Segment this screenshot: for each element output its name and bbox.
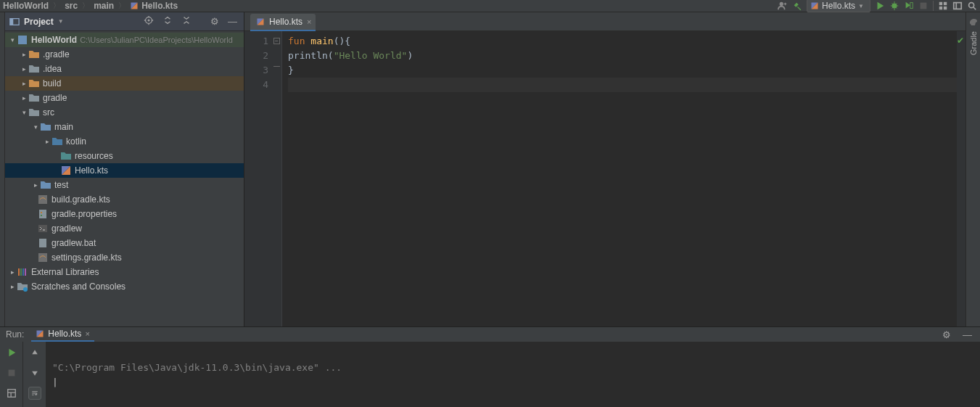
chevron-down-icon[interactable]: ▾ xyxy=(20,109,28,116)
run-config-selector[interactable]: Hello.kts ▼ xyxy=(807,0,870,12)
svg-rect-11 xyxy=(944,2,947,5)
expand-all-icon[interactable] xyxy=(160,15,175,28)
tree-item-gradle-dir[interactable]: ▸ .gradle xyxy=(5,47,244,62)
run-icon[interactable] xyxy=(875,1,885,11)
build-hammer-icon[interactable] xyxy=(792,1,802,11)
svg-rect-30 xyxy=(18,268,20,276)
gutter-line[interactable]: 3 xyxy=(244,63,281,78)
tree-item-build-dir[interactable]: ▸ build xyxy=(5,76,244,91)
chevron-right-icon[interactable]: ▸ xyxy=(20,94,28,102)
editor-gutter[interactable]: 1− 2 3 4 xyxy=(244,31,282,326)
tree-item-scratches[interactable]: ▸ Scratches and Consoles xyxy=(5,279,244,294)
kotlin-file-icon xyxy=(130,1,139,10)
debug-icon[interactable] xyxy=(889,1,899,11)
libraries-icon xyxy=(17,266,28,278)
tree-item-resources[interactable]: resources xyxy=(5,149,244,163)
panel-title[interactable]: Project xyxy=(24,17,54,27)
tree-item-main[interactable]: ▾ main xyxy=(5,120,244,134)
run-tab-hello-kts[interactable]: Hello.kts × xyxy=(31,327,94,342)
project-tree[interactable]: ▾ HelloWorld C:\Users\JulianPC\IdeaProje… xyxy=(5,31,244,326)
chevron-right-icon[interactable]: ▸ xyxy=(8,283,17,290)
collapse-all-icon[interactable] xyxy=(179,15,194,28)
chevron-right-icon: 〉 xyxy=(82,1,89,11)
tree-item-external-libraries[interactable]: ▸ External Libraries xyxy=(5,265,244,279)
run-toolbar-right xyxy=(23,342,46,407)
gradle-stripe-label[interactable]: Gradle xyxy=(969,31,978,55)
update-project-icon[interactable] xyxy=(952,1,963,11)
file-icon xyxy=(37,237,49,249)
chevron-down-icon[interactable]: ▾ xyxy=(31,123,40,131)
chevron-right-icon[interactable]: ▸ xyxy=(20,51,28,58)
add-user-icon[interactable] xyxy=(778,1,788,11)
chevron-right-icon[interactable]: ▸ xyxy=(20,65,28,73)
rerun-icon[interactable] xyxy=(5,346,18,359)
separator xyxy=(933,1,934,11)
search-everywhere-icon[interactable] xyxy=(967,1,977,11)
fold-end-icon[interactable] xyxy=(273,63,280,67)
chevron-right-icon[interactable]: ▸ xyxy=(43,138,52,145)
run-coverage-icon[interactable] xyxy=(904,1,914,11)
console-output[interactable]: "C:\Program Files\Java\jdk-11.0.3\bin\ja… xyxy=(46,342,980,407)
tree-root[interactable]: ▾ HelloWorld C:\Users\JulianPC\IdeaProje… xyxy=(5,33,244,47)
chevron-down-icon[interactable]: ▼ xyxy=(58,18,64,25)
close-icon[interactable]: × xyxy=(307,17,311,26)
chevron-right-icon[interactable]: ▸ xyxy=(31,181,40,189)
stop-icon[interactable] xyxy=(918,1,928,11)
git-icon[interactable] xyxy=(938,1,948,11)
right-tool-stripe[interactable]: Gradle xyxy=(965,12,980,326)
soft-wrap-icon[interactable] xyxy=(28,387,41,400)
breadcrumb-src[interactable]: src xyxy=(65,1,78,11)
code-area[interactable]: fun main(){ println("Hello World") } xyxy=(282,31,957,326)
minimize-icon[interactable]: — xyxy=(960,329,974,340)
left-tool-stripe[interactable] xyxy=(0,12,5,326)
inspection-ok-icon[interactable]: ✔ xyxy=(957,36,964,46)
gutter-line[interactable]: 2 xyxy=(244,49,281,63)
gear-icon[interactable]: ⚙ xyxy=(940,329,953,340)
editor-area: Hello.kts × 1− 2 3 4 fun main(){ println… xyxy=(244,12,965,326)
layout-icon[interactable] xyxy=(5,387,18,400)
code-line[interactable]: } xyxy=(288,63,957,78)
breadcrumb-main[interactable]: main xyxy=(94,1,114,11)
svg-marker-37 xyxy=(37,331,44,337)
breadcrumb-project[interactable]: HelloWorld xyxy=(3,1,49,11)
svg-marker-1 xyxy=(131,3,138,9)
gear-icon[interactable]: ⚙ xyxy=(208,16,221,27)
tree-item-gradlew[interactable]: gradlew xyxy=(5,221,244,236)
tree-item-test[interactable]: ▸ test xyxy=(5,178,244,192)
code-line-active[interactable] xyxy=(288,78,957,92)
down-stack-icon[interactable] xyxy=(28,366,41,379)
tree-item-kotlin[interactable]: ▸ kotlin xyxy=(5,134,244,149)
tree-item-settings-gradle-kts[interactable]: settings.gradle.kts xyxy=(5,250,244,265)
code-line[interactable]: fun main(){ xyxy=(288,34,957,49)
tree-item-gradle-properties[interactable]: gradle.properties xyxy=(5,207,244,221)
svg-marker-5 xyxy=(878,2,884,10)
tree-item-gradle-folder[interactable]: ▸ gradle xyxy=(5,91,244,105)
editor-body[interactable]: 1− 2 3 4 fun main(){ println("Hello Worl… xyxy=(244,31,965,326)
svg-rect-23 xyxy=(38,195,47,204)
locate-icon[interactable] xyxy=(141,15,156,28)
gutter-line[interactable]: 1− xyxy=(244,34,281,49)
tree-item-gradlew-bat[interactable]: gradlew.bat xyxy=(5,236,244,250)
code-line[interactable]: println("Hello World") xyxy=(288,49,957,63)
tree-item-idea-dir[interactable]: ▸ .idea xyxy=(5,62,244,76)
svg-rect-13 xyxy=(944,7,947,9)
fold-minus-icon[interactable]: − xyxy=(273,38,280,44)
minimize-icon[interactable]: — xyxy=(226,16,239,27)
tree-item-hello-kts[interactable]: Hello.kts xyxy=(5,163,244,178)
editor-tab-hello-kts[interactable]: Hello.kts × xyxy=(250,14,316,31)
chevron-right-icon[interactable]: ▸ xyxy=(8,268,17,276)
top-toolbar: HelloWorld 〉 src 〉 main 〉 Hello.kts Hell… xyxy=(0,0,980,12)
breadcrumb-file[interactable]: Hello.kts xyxy=(141,1,178,11)
tree-item-src[interactable]: ▾ src xyxy=(5,105,244,120)
chevron-right-icon[interactable]: ▸ xyxy=(20,80,28,87)
close-icon[interactable]: × xyxy=(85,329,89,338)
svg-point-2 xyxy=(780,2,783,6)
up-stack-icon[interactable] xyxy=(28,346,41,359)
gradle-elephant-icon[interactable] xyxy=(968,17,979,28)
stop-icon[interactable] xyxy=(5,366,18,379)
marker-stripe[interactable]: ✔ xyxy=(957,31,965,326)
module-folder-icon xyxy=(40,179,52,191)
chevron-down-icon[interactable]: ▾ xyxy=(8,36,17,44)
gutter-line[interactable]: 4 xyxy=(244,78,281,92)
tree-item-build-gradle-kts[interactable]: build.gradle.kts xyxy=(5,192,244,207)
